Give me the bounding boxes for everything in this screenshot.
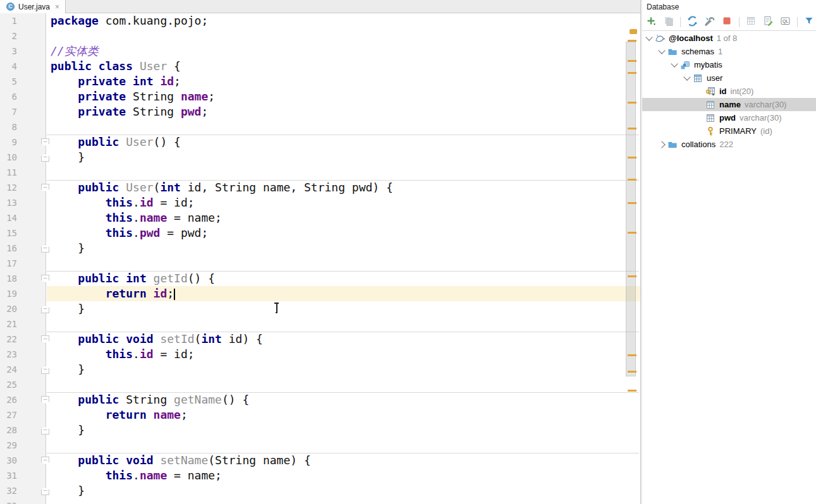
fold-marker-end[interactable]: −: [41, 426, 49, 435]
code-text: }: [51, 150, 85, 165]
ide-window: { "tab": { "title": "User.java", "icon":…: [0, 0, 816, 504]
code-line[interactable]: 22− public void setId(int id) {: [0, 332, 640, 347]
fold-marker-start[interactable]: −: [41, 396, 49, 404]
tree-row-primary[interactable]: PRIMARY(id): [642, 124, 816, 138]
line-number: 25: [0, 377, 17, 392]
jump-to-console-button[interactable]: QL: [779, 15, 792, 29]
fold-marker-end[interactable]: −: [41, 244, 49, 253]
code-line[interactable]: 13 this.id = id;: [0, 195, 640, 210]
tree-row-collations[interactable]: collations222: [642, 138, 816, 151]
synchronize-button[interactable]: [686, 15, 699, 29]
database-tree: @localhost1 of 8schemas1mybatisuseridint…: [642, 31, 816, 151]
code-line[interactable]: 32− }: [0, 483, 640, 498]
code-text: public int getId() {: [51, 271, 215, 286]
chevron-right-icon[interactable]: [658, 141, 665, 148]
editor-tab-user-java[interactable]: C User.java ×: [0, 0, 66, 13]
svg-text:QL: QL: [783, 19, 788, 24]
code-line[interactable]: 3//实体类: [0, 44, 640, 59]
code-line[interactable]: 7 private String pwd;: [0, 104, 640, 119]
tree-meta: (id): [760, 126, 772, 136]
code-line[interactable]: 27 return name;: [0, 407, 640, 423]
code-line[interactable]: 31 this.name = name;: [0, 468, 640, 483]
code-line[interactable]: 11: [0, 165, 640, 180]
add-datasource-button[interactable]: [645, 15, 658, 29]
chevron-down-icon[interactable]: [658, 47, 665, 54]
tree-meta: 222: [719, 140, 733, 149]
fold-marker-end[interactable]: −: [41, 487, 49, 495]
dump-data-button[interactable]: [762, 15, 775, 29]
filter-button[interactable]: [803, 15, 816, 29]
code-line[interactable]: 10− }: [0, 150, 640, 165]
line-number: 9: [0, 135, 17, 150]
open-table-button[interactable]: [745, 15, 758, 29]
code-line[interactable]: 5 private int id;: [0, 74, 640, 89]
code-line[interactable]: 20− }: [0, 301, 640, 316]
code-line[interactable]: 9− public User() {: [0, 135, 640, 150]
tree-row-id[interactable]: idint(20): [642, 85, 816, 98]
datasource-properties-button[interactable]: [703, 15, 716, 29]
chevron-down-icon[interactable]: [683, 73, 690, 80]
fold-marker-start[interactable]: −: [41, 184, 49, 192]
chevron-down-icon[interactable]: [645, 33, 652, 40]
stop-icon: [722, 16, 732, 28]
scrollbar-thumb[interactable]: [626, 42, 636, 376]
code-line[interactable]: 28− }: [0, 423, 640, 438]
code-line[interactable]: 1package com.kuang.pojo;: [0, 13, 640, 28]
code-line[interactable]: 26− public String getName() {: [0, 392, 640, 407]
code-line[interactable]: 33: [0, 498, 640, 504]
table-icon: [746, 16, 756, 28]
code-line[interactable]: 16− }: [0, 241, 640, 256]
stop-button[interactable]: [721, 15, 734, 29]
change-marker: [628, 102, 636, 104]
code-line[interactable]: 30− public void setName(String name) {: [0, 453, 640, 468]
tab-close-icon[interactable]: ×: [55, 3, 59, 11]
duplicate-button[interactable]: [662, 15, 675, 29]
fold-marker-end[interactable]: −: [41, 305, 49, 313]
code-line[interactable]: 14 this.name = name;: [0, 210, 640, 225]
code-line[interactable]: 15 this.pwd = pwd;: [0, 225, 640, 241]
tree-row-user[interactable]: user: [642, 71, 816, 85]
code-line[interactable]: 12− public User(int id, String name, Str…: [0, 180, 640, 195]
line-number: 20: [0, 301, 17, 316]
tree-row--localhost[interactable]: @localhost1 of 8: [642, 32, 816, 45]
code-line[interactable]: 4public class User {: [0, 59, 640, 74]
code-editor[interactable]: 1package com.kuang.pojo;23//实体类4public c…: [0, 13, 640, 504]
code-text: }: [51, 423, 85, 438]
code-text: this.name = name;: [51, 210, 222, 225]
code-line[interactable]: 8: [0, 119, 640, 135]
fold-marker-start[interactable]: −: [41, 335, 49, 344]
change-marker: [628, 202, 636, 204]
tree-label: collations: [681, 140, 716, 149]
line-number: 8: [0, 119, 17, 135]
fold-marker-start[interactable]: −: [41, 275, 49, 283]
code-text: this.pwd = pwd;: [51, 225, 208, 241]
tree-row-pwd[interactable]: pwdvarchar(30): [642, 111, 816, 124]
code-text: this.id = id;: [51, 347, 195, 362]
tree-row-schemas[interactable]: schemas1: [642, 45, 816, 58]
code-line[interactable]: 29: [0, 438, 640, 453]
code-line[interactable]: 23 this.id = id;: [0, 347, 640, 362]
code-text: public class User {: [51, 59, 181, 74]
line-number: 30: [0, 453, 17, 468]
tree-label: schemas: [681, 47, 714, 56]
fold-marker-end[interactable]: −: [41, 366, 49, 374]
code-line[interactable]: 21: [0, 316, 640, 332]
code-line[interactable]: 25: [0, 377, 640, 392]
tree-row-mybatis[interactable]: mybatis: [642, 58, 816, 71]
code-line[interactable]: 19 return id;: [0, 286, 640, 301]
line-number: 29: [0, 438, 17, 453]
code-line[interactable]: 24− }: [0, 362, 640, 377]
tree-row-name[interactable]: namevarchar(30): [642, 98, 816, 111]
fold-marker-start[interactable]: −: [41, 457, 49, 465]
chevron-down-icon[interactable]: [671, 60, 678, 67]
fold-marker-end[interactable]: −: [41, 153, 49, 162]
toolbar-separator: [797, 17, 798, 27]
database-toolbar: QL: [642, 14, 816, 31]
code-line[interactable]: 18− public int getId() {: [0, 271, 640, 286]
inspection-indicator[interactable]: [630, 29, 637, 34]
code-line[interactable]: 2: [0, 28, 640, 44]
code-line[interactable]: 6 private String name;: [0, 89, 640, 104]
fold-marker-start[interactable]: −: [41, 138, 49, 147]
tree-meta: 1 of 8: [717, 33, 738, 43]
code-line[interactable]: 17: [0, 256, 640, 271]
